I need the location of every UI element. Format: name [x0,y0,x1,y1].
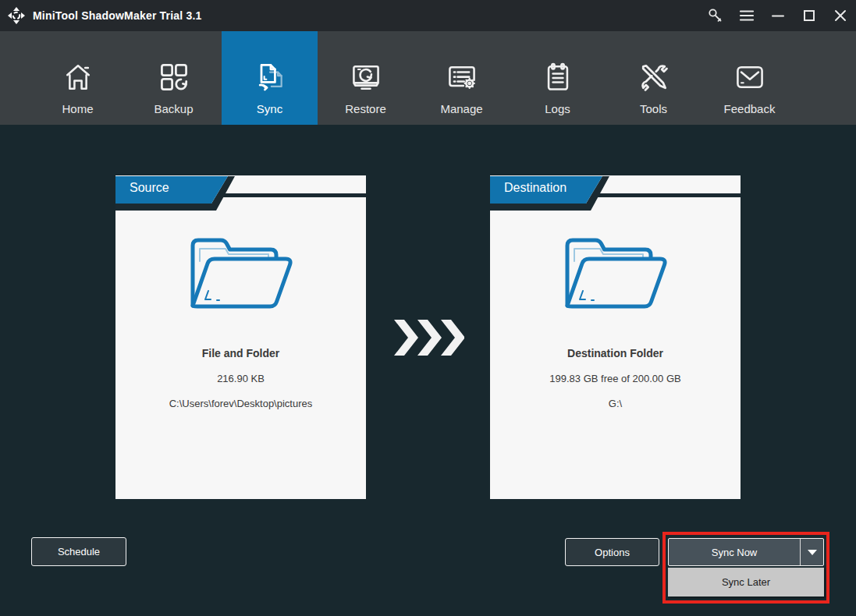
sync-now-dropdown-toggle[interactable] [801,539,823,565]
backup-grid-icon [157,60,191,94]
triple-chevron-right-icon [394,320,464,356]
minitool-shadowmaker-window: MiniTool ShadowMaker Trial 3.1 [0,0,856,616]
sync-later-menu-item[interactable]: Sync Later [668,568,824,597]
logs-clipboard-icon [541,60,575,94]
restore-monitor-icon [349,60,383,94]
titlebar: MiniTool ShadowMaker Trial 3.1 [0,0,856,31]
main-navigation: Home Backup [0,31,856,125]
source-size-value: 216.90 KB [115,373,366,384]
sync-files-icon [253,60,287,94]
home-icon [61,60,95,94]
sync-now-split-button: Sync Now [668,538,824,566]
tab-backup-label: Backup [154,102,193,115]
destination-type-label: Destination Folder [490,347,741,359]
tab-sync-label: Sync [257,102,282,115]
tab-feedback[interactable]: Feedback [701,31,797,125]
open-folder-icon [115,232,366,311]
close-icon[interactable] [825,0,856,31]
app-logo-icon [6,5,27,26]
tab-restore-label: Restore [345,102,386,115]
tab-home[interactable]: Home [30,31,126,125]
tab-tools-label: Tools [640,102,667,115]
tab-manage[interactable]: Manage [414,31,510,125]
source-banner-label: Source [130,181,169,195]
window-title: MiniTool ShadowMaker Trial 3.1 [33,9,202,22]
feedback-envelope-icon [733,60,767,94]
sync-now-button[interactable]: Sync Now [669,539,801,565]
tab-logs[interactable]: Logs [510,31,606,125]
chevron-down-icon [808,550,817,555]
destination-free-space-value: 199.83 GB free of 200.00 GB [490,373,741,384]
tab-feedback-label: Feedback [724,102,776,115]
source-type-label: File and Folder [115,347,366,359]
schedule-button[interactable]: Schedule [31,537,126,566]
destination-card[interactable]: Destination Destination Folder 199.83 GB… [490,175,741,499]
tab-logs-label: Logs [545,102,570,115]
tab-sync[interactable]: Sync [222,31,318,125]
maximize-icon[interactable] [794,0,825,31]
tab-restore[interactable]: Restore [318,31,414,125]
minimize-icon[interactable] [762,0,794,31]
tools-wrench-icon [637,60,671,94]
tab-tools[interactable]: Tools [606,31,701,125]
destination-banner-label: Destination [504,181,567,195]
tab-backup[interactable]: Backup [126,31,222,125]
manage-list-gear-icon [445,60,479,94]
options-button[interactable]: Options [565,538,659,566]
tab-manage-label: Manage [440,102,482,115]
destination-path-value: G:\ [490,398,741,409]
tab-home-label: Home [62,102,93,115]
source-path-value: C:\Users\forev\Desktop\pictures [115,398,366,409]
source-card[interactable]: Source File and Folder 216.90 KB C:\User… [115,175,366,499]
menu-icon[interactable] [731,0,762,31]
open-folder-icon [490,232,741,311]
register-key-icon[interactable] [700,0,731,31]
